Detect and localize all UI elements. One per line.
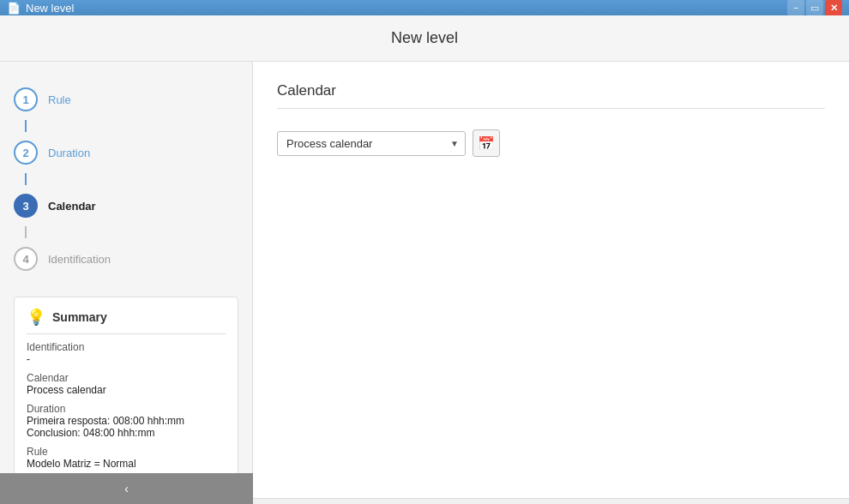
close-button[interactable]: ✕ xyxy=(825,0,842,15)
step-3[interactable]: 3 Calendar xyxy=(14,185,238,226)
window-title: New level xyxy=(26,2,74,15)
dialog-body: 1 Rule 2 Duration 3 xyxy=(0,62,849,498)
title-bar-controls: − ▭ ✕ xyxy=(787,0,842,15)
dialog-header: New level xyxy=(0,15,849,62)
sidebar-chevron-icon: ‹ xyxy=(124,482,129,495)
step-1-circle: 1 xyxy=(14,87,38,111)
window: 📄 New level − ▭ ✕ New level 1 Rule xyxy=(0,0,849,504)
summary-rule-label: Rule xyxy=(27,446,226,458)
minimize-button[interactable]: − xyxy=(787,0,804,15)
bulb-icon: 💡 xyxy=(27,308,45,327)
window-icon: 📄 xyxy=(7,2,21,15)
section-title: Calendar xyxy=(277,82,825,109)
summary-box: 💡 Summary Identification - Calendar Proc… xyxy=(14,297,238,481)
title-bar: 📄 New level − ▭ ✕ xyxy=(0,0,849,15)
main-content: Calendar Process calendar Default calend… xyxy=(253,62,849,498)
title-bar-left: 📄 New level xyxy=(7,2,74,15)
summary-duration-value1: Primeira resposta: 008:00 hhh:mm xyxy=(27,415,226,427)
summary-calendar-value: Process calendar xyxy=(27,384,226,396)
calendar-picker-button[interactable]: 📅 xyxy=(473,129,500,157)
summary-identification-label: Identification xyxy=(27,341,226,353)
step-3-circle: 3 xyxy=(14,194,38,218)
calendar-icon: 📅 xyxy=(478,135,495,152)
summary-duration-value2: Conclusion: 048:00 hhh:mm xyxy=(27,427,226,439)
maximize-button[interactable]: ▭ xyxy=(806,0,823,15)
dialog-title: New level xyxy=(391,29,458,46)
step-1-label: Rule xyxy=(48,93,71,106)
summary-duration-label: Duration xyxy=(27,403,226,415)
summary-identification-value: - xyxy=(27,353,226,365)
connector-2 xyxy=(25,173,27,185)
step-3-label: Calendar xyxy=(48,200,96,213)
summary-calendar-label: Calendar xyxy=(27,372,226,384)
calendar-select-wrapper: Process calendar Default calendar Custom… xyxy=(277,131,466,156)
calendar-select[interactable]: Process calendar Default calendar Custom… xyxy=(277,131,466,156)
connector-3 xyxy=(25,226,27,238)
sidebar-collapse-bar[interactable]: ‹ xyxy=(0,473,253,504)
connector-1 xyxy=(25,120,27,132)
step-4[interactable]: 4 Identification xyxy=(14,238,238,279)
step-2-circle: 2 xyxy=(14,141,38,165)
step-1[interactable]: 1 Rule xyxy=(14,79,238,120)
content-area: New level 1 Rule 2 Durati xyxy=(0,15,849,504)
step-4-circle: 4 xyxy=(14,247,38,271)
summary-divider xyxy=(27,333,226,334)
summary-title: 💡 Summary xyxy=(27,308,226,327)
sidebar: 1 Rule 2 Duration 3 xyxy=(0,62,253,498)
calendar-row: Process calendar Default calendar Custom… xyxy=(277,129,825,157)
step-2-label: Duration xyxy=(48,147,90,159)
step-4-label: Identification xyxy=(48,253,111,266)
step-2[interactable]: 2 Duration xyxy=(14,132,238,173)
summary-rule-value: Modelo Matriz = Normal xyxy=(27,458,226,470)
